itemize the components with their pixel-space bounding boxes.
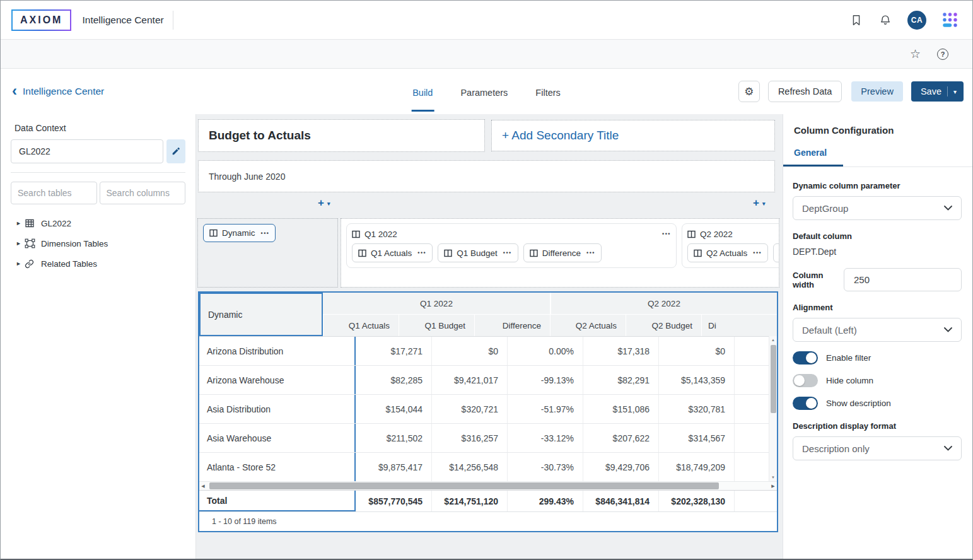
- save-dropdown-caret-icon[interactable]: ▾: [953, 88, 957, 95]
- column-chip-q1-actuals[interactable]: Q1 Actuals•••: [352, 243, 433, 262]
- column-chip-q1-budget[interactable]: Q1 Budget•••: [438, 243, 518, 262]
- toolbar-actions: ⚙ Refresh Data Preview Save ▾: [738, 81, 964, 102]
- column-header-q2-actuals[interactable]: Q2 Actuals: [550, 315, 626, 336]
- chip-menu-button[interactable]: •••: [753, 250, 762, 256]
- column-header-difference[interactable]: Difference: [474, 315, 550, 336]
- dynamic-column-parameter-select[interactable]: DeptGroup: [793, 196, 962, 220]
- tab-build[interactable]: Build: [411, 71, 434, 112]
- chip-menu-button[interactable]: •••: [503, 250, 512, 256]
- tree-item-label: Related Tables: [41, 259, 97, 269]
- pagination-label: 1 - 10 of 119 items: [212, 517, 277, 526]
- scroll-up-icon[interactable]: ▲: [771, 336, 775, 344]
- cell-value: -30.73%: [507, 453, 583, 481]
- column-header-q1-actuals[interactable]: Q1 Actuals: [323, 315, 399, 336]
- column-chip-difference[interactable]: Difference•••: [523, 243, 602, 262]
- scrollbar-thumb[interactable]: [771, 345, 776, 413]
- column-group-q1-2022: Q1 2022•••Q1 Actuals•••Q1 Budget•••Diffe…: [346, 223, 677, 268]
- cell-value: $82,291: [583, 366, 658, 394]
- column-header-q1-budget[interactable]: Q1 Budget: [399, 315, 474, 336]
- add-secondary-title-box[interactable]: + Add Secondary Title: [491, 120, 775, 151]
- refresh-data-button[interactable]: Refresh Data: [768, 81, 842, 102]
- group-header-q1[interactable]: Q1 2022: [323, 293, 550, 314]
- column-header-q2-budget[interactable]: Q2 Budget: [626, 315, 701, 336]
- data-context-input[interactable]: [11, 139, 163, 163]
- dynamic-column-header[interactable]: Dynamic: [199, 293, 323, 336]
- favorite-star-icon[interactable]: ☆: [910, 48, 921, 60]
- cell-value: $211,502: [356, 424, 431, 452]
- tab-parameters[interactable]: Parameters: [459, 71, 509, 112]
- toggle-show-description[interactable]: [793, 397, 818, 410]
- search-columns-input[interactable]: [100, 182, 186, 204]
- report-canvas: Budget to Actuals + Add Secondary Title …: [196, 114, 783, 559]
- expand-triangle-icon[interactable]: ►: [11, 240, 25, 247]
- description-format-select[interactable]: Description only: [793, 436, 962, 460]
- add-column-control-left[interactable]: + ▾: [318, 197, 330, 208]
- sidebar-item-dimension-tables[interactable]: ►Dimension Tables: [11, 233, 185, 254]
- help-icon[interactable]: ?: [937, 49, 948, 60]
- primary-title-box[interactable]: Budget to Actuals: [198, 119, 485, 152]
- select-value: DeptGroup: [802, 203, 848, 214]
- caret-down-icon: ▾: [327, 201, 330, 207]
- column-group-header: Q1 2022•••: [352, 226, 671, 242]
- main-area: Data Context ►GL2022►Dimension Tables►Re…: [1, 114, 972, 559]
- expand-triangle-icon[interactable]: ►: [11, 260, 25, 267]
- cell-value: $0: [658, 337, 734, 365]
- toggle-list: Enable filterHide columnShow description: [793, 351, 962, 410]
- column-chip-label: Q2 Actuals: [706, 248, 747, 258]
- total-value: [734, 491, 777, 511]
- scroll-down-icon[interactable]: ▼: [771, 474, 775, 481]
- column-header-di[interactable]: Di: [701, 315, 777, 336]
- total-value: $857,770,545: [356, 491, 431, 511]
- column-icon: [352, 230, 360, 238]
- total-label: Total: [199, 491, 356, 511]
- chip-menu-button[interactable]: •••: [261, 230, 270, 236]
- data-context-label: Data Context: [15, 123, 185, 133]
- toggle-label: Hide column: [826, 376, 873, 385]
- back-link[interactable]: ‹ Intelligence Center: [12, 85, 104, 98]
- toggle-enable-filter[interactable]: [793, 351, 818, 365]
- expand-triangle-icon[interactable]: ►: [11, 220, 25, 226]
- table-row: Asia Warehouse$211,502$316,257-33.12%$20…: [199, 423, 777, 452]
- bookmark-icon[interactable]: [849, 13, 863, 27]
- add-column-control-right[interactable]: + ▾: [753, 197, 765, 208]
- utility-bar: ☆ ?: [1, 40, 972, 69]
- dynamic-column-chip[interactable]: Dynamic •••: [203, 224, 276, 242]
- search-tables-input[interactable]: [11, 182, 97, 204]
- group-menu-button[interactable]: •••: [662, 231, 671, 237]
- settings-gear-button[interactable]: ⚙: [738, 81, 760, 102]
- column-chip-q2-budget[interactable]: Q2 Budget•••: [773, 243, 779, 262]
- column-chip-label: Q1 Budget: [457, 248, 498, 258]
- user-avatar[interactable]: CA: [907, 11, 926, 30]
- caret-down-icon: ▾: [762, 201, 766, 207]
- notifications-bell-icon[interactable]: [878, 13, 892, 27]
- toggle-hide-column[interactable]: [793, 374, 818, 387]
- save-button[interactable]: Save ▾: [911, 81, 964, 102]
- column-chip-q2-actuals[interactable]: Q2 Actuals•••: [687, 243, 768, 262]
- apps-grid-icon[interactable]: [941, 11, 958, 28]
- preview-button[interactable]: Preview: [851, 81, 903, 102]
- group-header-q2[interactable]: Q2 2022: [550, 293, 777, 314]
- sidebar-item-related-tables[interactable]: ►Related Tables: [11, 254, 185, 274]
- scroll-right-icon[interactable]: ▶: [769, 484, 777, 489]
- group-chips-row: Q2 Actuals•••Q2 Budget•••: [687, 243, 779, 262]
- dynamic-chip-label: Dynamic: [222, 228, 255, 238]
- chip-menu-button[interactable]: •••: [586, 250, 595, 256]
- table-header-right: Q1 2022 Q2 2022 Q1 ActualsQ1 BudgetDiffe…: [323, 293, 777, 336]
- report-table[interactable]: Dynamic Q1 2022 Q2 2022 Q1 ActualsQ1 Bud…: [198, 291, 778, 532]
- panel-body: Dynamic column parameter DeptGroup Defau…: [783, 167, 973, 460]
- alignment-select[interactable]: Default (Left): [793, 318, 962, 342]
- column-width-input[interactable]: [844, 268, 962, 291]
- sidebar-item-gl2022[interactable]: ►GL2022: [11, 213, 185, 233]
- select-value: Description only: [802, 443, 870, 454]
- edit-data-context-button[interactable]: [166, 139, 185, 163]
- tree-item-label: GL2022: [41, 219, 71, 228]
- cell-value: -51.97%: [507, 395, 583, 423]
- subtitle-box[interactable]: Through June 2020: [198, 160, 775, 192]
- chip-menu-button[interactable]: •••: [417, 250, 426, 256]
- column-groups-zone: Q1 2022•••Q1 Actuals•••Q1 Budget•••Diffe…: [341, 218, 779, 288]
- tab-filters[interactable]: Filters: [534, 71, 561, 112]
- scroll-left-icon[interactable]: ◀: [199, 484, 207, 489]
- tab-general[interactable]: General: [783, 143, 843, 166]
- scrollbar-thumb[interactable]: [209, 482, 719, 489]
- plus-icon: +: [318, 197, 324, 208]
